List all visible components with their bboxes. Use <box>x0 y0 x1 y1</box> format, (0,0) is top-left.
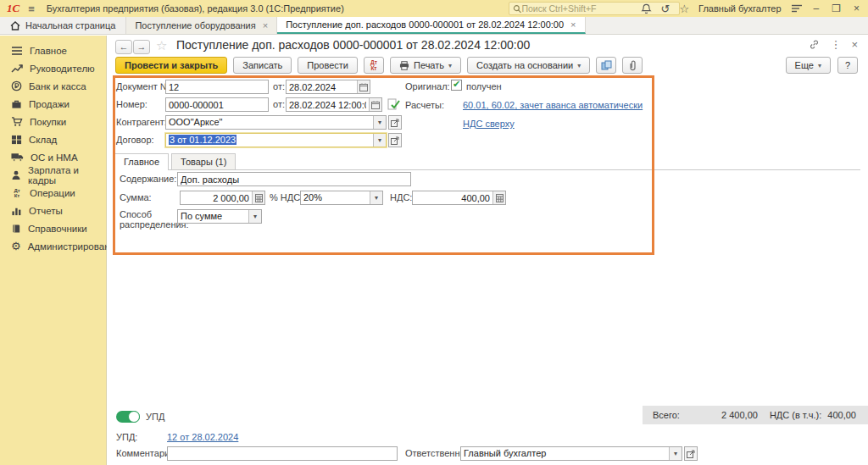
tab-home[interactable]: Начальная страница <box>0 17 126 34</box>
number-input[interactable] <box>166 98 268 111</box>
favorite-star-icon[interactable]: ☆ <box>156 38 167 53</box>
create-based-on-button[interactable]: Создать на основании▾ <box>467 57 590 74</box>
from-label: от: <box>273 81 285 91</box>
show-postings-button[interactable]: ДтКт <box>364 57 384 74</box>
calendar-icon[interactable] <box>369 98 381 111</box>
upd-toggle[interactable] <box>116 411 140 423</box>
save-button[interactable]: Записать <box>233 57 292 74</box>
favorites-star-icon[interactable]: ☆ <box>679 3 689 14</box>
tab-goods[interactable]: Товары (1) <box>171 153 236 169</box>
post-and-close-button[interactable]: Провести и закрыть <box>115 57 227 74</box>
counterparty-field[interactable]: ООО"Арксе" ▾ <box>165 115 387 130</box>
calculator-icon[interactable] <box>492 191 505 204</box>
current-user[interactable]: Главный бухгалтер <box>698 3 781 14</box>
original-checkbox[interactable]: ✔ <box>451 80 462 91</box>
tab-additional-expenses[interactable]: Поступление доп. расходов 0000-000001 от… <box>277 17 585 34</box>
menu-lines-icon <box>11 46 23 56</box>
sidebar-item-warehouse[interactable]: Склад <box>0 130 106 148</box>
open-contract-icon[interactable] <box>388 133 402 147</box>
more-button[interactable]: Еще▾ <box>786 57 831 74</box>
tab-current-label: Поступление доп. расходов 0000-000001 от… <box>286 19 564 30</box>
service-settings-icon[interactable] <box>791 3 803 14</box>
number-field[interactable] <box>165 97 269 112</box>
printer-icon <box>399 61 409 70</box>
datetime-field[interactable] <box>286 97 382 112</box>
vat-mode-link[interactable]: НДС сверху <box>463 119 515 129</box>
sidebar-item-manager[interactable]: Руководителю <box>0 59 106 77</box>
upd-toggle-label: УПД <box>146 412 164 422</box>
post-and-close-label: Провести и закрыть <box>125 60 218 70</box>
chevron-down-icon[interactable]: ▾ <box>373 116 386 129</box>
main-menu-icon[interactable]: ≡ <box>28 3 35 14</box>
save-label: Записать <box>242 60 282 70</box>
edo-documents-button[interactable] <box>596 57 616 74</box>
history-icon[interactable]: ↺ <box>661 3 670 14</box>
help-button[interactable]: ? <box>837 57 858 74</box>
vat-rate-field[interactable]: 20% ▾ <box>300 191 383 205</box>
debit-credit-icon: ДтКт <box>370 59 377 71</box>
sum-label: Сумма: <box>120 192 152 202</box>
comment-field[interactable] <box>167 446 398 461</box>
sidebar-item-directories[interactable]: Справочники <box>0 219 106 237</box>
datetime-input[interactable] <box>287 98 369 111</box>
notifications-bell-icon[interactable] <box>641 3 652 14</box>
sidebar-item-fixed-assets[interactable]: ОС и НМА <box>0 148 106 166</box>
open-counterparty-icon[interactable] <box>388 115 402 130</box>
maximize-button[interactable]: ❒ <box>830 3 843 14</box>
more-dots-icon[interactable]: ⋮ <box>830 39 841 50</box>
vat-field[interactable] <box>412 191 506 205</box>
chevron-down-icon[interactable]: ▾ <box>373 134 386 147</box>
upd-link[interactable]: 12 от 28.02.2024 <box>167 432 238 442</box>
doc-date-field[interactable] <box>286 80 370 94</box>
close-document-icon[interactable]: × <box>851 39 858 50</box>
attachments-button[interactable] <box>622 57 643 74</box>
chevron-down-icon[interactable]: ▾ <box>669 447 682 460</box>
chevron-down-icon[interactable]: ▾ <box>370 191 382 204</box>
sum-field[interactable] <box>180 191 265 205</box>
sidebar-item-main[interactable]: Главное <box>0 42 106 59</box>
sidebar-item-reports[interactable]: Отчеты <box>0 202 106 219</box>
vat-incl-value: 400,00 <box>821 410 856 420</box>
sidebar-item-administration[interactable]: ⚙ Администрирование <box>0 237 106 255</box>
doc-date-input[interactable] <box>287 80 357 93</box>
tab-main[interactable]: Главное <box>114 153 169 170</box>
nav-forward-button[interactable]: → <box>133 40 150 54</box>
sidebar-item-sales[interactable]: Продажи <box>0 95 106 113</box>
open-responsible-icon[interactable] <box>684 446 698 461</box>
calculator-icon[interactable] <box>252 191 264 204</box>
sidebar-label: Руководителю <box>30 64 95 74</box>
help-label: ? <box>845 60 850 70</box>
content-input[interactable] <box>178 173 410 185</box>
responsible-field[interactable]: Главный бухгалтер ▾ <box>460 446 682 461</box>
document-form: ← → ☆ Поступление доп. расходов 0000-000… <box>107 36 868 465</box>
calendar-icon[interactable] <box>357 80 370 93</box>
sidebar-item-operations[interactable]: ДтКт Операции <box>0 184 106 202</box>
chevron-down-icon[interactable]: ▾ <box>248 210 261 223</box>
get-link-icon[interactable] <box>809 39 820 50</box>
sidebar-item-salary-hr[interactable]: Зарплата и кадры <box>0 166 106 184</box>
close-window-button[interactable]: × <box>852 3 861 14</box>
nav-back-button[interactable]: ← <box>115 40 132 54</box>
comment-input[interactable] <box>168 447 397 460</box>
sidebar-item-bank-cash[interactable]: Банк и касса <box>0 77 106 95</box>
minimize-button[interactable]: – <box>812 3 821 14</box>
doc-no-input[interactable] <box>166 80 268 93</box>
tab-equipment-receipt[interactable]: Поступление оборудования × <box>126 17 277 34</box>
sum-input[interactable] <box>181 191 252 204</box>
print-button[interactable]: Печать▾ <box>390 57 461 74</box>
distribution-field[interactable]: По сумме ▾ <box>177 209 262 224</box>
sidebar-label: Отчеты <box>29 206 63 216</box>
vat-input[interactable] <box>413 191 492 204</box>
close-tab-icon[interactable]: × <box>570 19 576 30</box>
tab-equipment-label: Поступление оборудования <box>135 20 255 30</box>
settlements-link[interactable]: 60.01, 60.02, зачет аванса автоматически <box>463 100 643 110</box>
vat-incl-label: НДС (в т.ч.): <box>770 410 821 420</box>
form-tabs: Главное Товары (1) <box>114 153 860 170</box>
post-button[interactable]: Провести <box>298 57 358 74</box>
doc-no-field[interactable] <box>165 80 269 94</box>
content-field[interactable] <box>177 172 411 186</box>
sidebar-item-purchases[interactable]: Покупки <box>0 113 106 130</box>
close-tab-icon[interactable]: × <box>263 20 268 30</box>
contract-field[interactable]: 3 от 01.12.2023 ▾ <box>165 133 387 147</box>
person-icon <box>11 170 21 180</box>
